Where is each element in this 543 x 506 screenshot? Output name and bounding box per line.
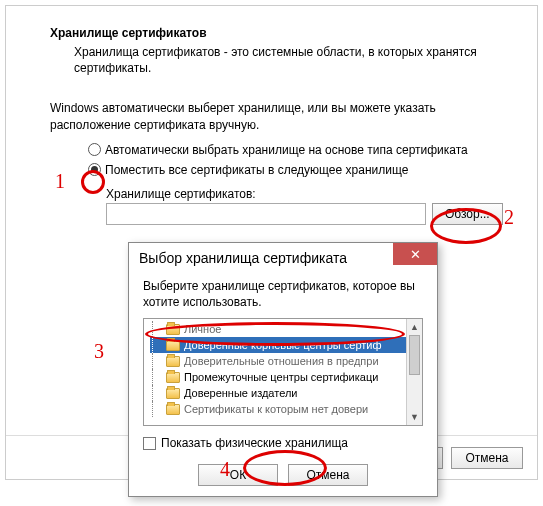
dialog-title: Выбор хранилища сертификата (139, 250, 347, 266)
radio-auto[interactable] (88, 143, 101, 156)
tree-item[interactable]: Сертификаты к которым нет довери (150, 401, 422, 417)
scroll-thumb[interactable] (409, 335, 420, 375)
tree-line-icon (152, 337, 162, 353)
tree-item-label: Сертификаты к которым нет довери (184, 403, 368, 415)
folder-icon (166, 388, 180, 399)
radio-place-label: Поместить все сертификаты в следующее хр… (105, 163, 408, 177)
tree-line-icon (152, 385, 162, 401)
tree-item[interactable]: Доверительные отношения в предпри (150, 353, 422, 369)
page-paragraph: Windows автоматически выберет хранилище,… (50, 100, 507, 132)
store-field-label: Хранилище сертификатов: (106, 187, 507, 201)
folder-icon (166, 372, 180, 383)
tree-item-label: Промежуточные центры сертификаци (184, 371, 378, 383)
dialog-instruction: Выберите хранилище сертификатов, которое… (143, 279, 423, 310)
tree-line-icon (152, 401, 162, 417)
show-physical-row[interactable]: Показать физические хранилища (143, 436, 423, 450)
tree-scrollbar[interactable]: ▲ ▼ (406, 319, 422, 425)
radio-place-row[interactable]: Поместить все сертификаты в следующее хр… (88, 163, 507, 177)
browse-button[interactable]: Обзор... (432, 203, 503, 225)
select-store-dialog: Выбор хранилища сертификата ✕ Выберите х… (128, 242, 438, 497)
tree-item-label: Личное (184, 323, 221, 335)
show-physical-checkbox[interactable] (143, 437, 156, 450)
tree-line-icon (152, 321, 162, 337)
close-button[interactable]: ✕ (393, 243, 437, 265)
tree-item[interactable]: Доверенные издатели (150, 385, 422, 401)
folder-icon (166, 340, 180, 351)
scroll-up-icon[interactable]: ▲ (407, 319, 422, 335)
ok-button[interactable]: ОК (198, 464, 278, 486)
radio-place[interactable] (88, 163, 101, 176)
page-subheading: Хранилища сертификатов - это системные о… (74, 44, 507, 76)
store-input[interactable] (106, 203, 426, 225)
show-physical-label: Показать физические хранилища (161, 436, 348, 450)
tree-item-label: Доверительные отношения в предпри (184, 355, 379, 367)
scroll-down-icon[interactable]: ▼ (407, 409, 422, 425)
radio-auto-row[interactable]: Автоматически выбрать хранилище на основ… (88, 143, 507, 157)
radio-auto-label: Автоматически выбрать хранилище на основ… (105, 143, 468, 157)
tree-line-icon (152, 353, 162, 369)
tree-item[interactable]: Промежуточные центры сертификаци (150, 369, 422, 385)
tree-item-selected[interactable]: Доверенные корневые центры сертиф (150, 337, 422, 353)
folder-icon (166, 404, 180, 415)
close-icon: ✕ (410, 247, 421, 262)
tree-item-label: Доверенные корневые центры сертиф (184, 339, 382, 351)
folder-icon (166, 324, 180, 335)
cancel-button[interactable]: Отмена (451, 447, 523, 469)
tree-item[interactable]: Личное (150, 321, 422, 337)
tree-item-label: Доверенные издатели (184, 387, 297, 399)
folder-icon (166, 356, 180, 367)
page-heading: Хранилище сертификатов (50, 26, 507, 40)
store-tree[interactable]: Личное Доверенные корневые центры сертиф… (143, 318, 423, 426)
dialog-cancel-button[interactable]: Отмена (288, 464, 368, 486)
tree-line-icon (152, 369, 162, 385)
